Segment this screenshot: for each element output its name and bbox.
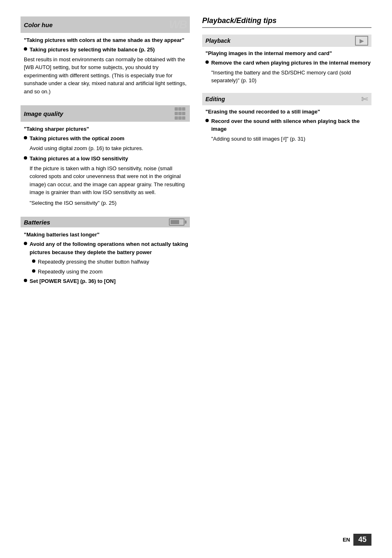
playback-section: Playback ▶ "Playing images in the intern… <box>202 35 371 85</box>
color-hue-header: Color hue WB <box>21 16 190 33</box>
image-quality-bullet1-body: Avoid using digital zoom (p. 16) to take… <box>24 144 190 153</box>
color-hue-section: Color hue WB "Taking pictures with color… <box>21 16 190 95</box>
bullet-dot <box>205 119 209 122</box>
playback-header: Playback ▶ <box>202 35 371 47</box>
batteries-sub1-text: Repeatedly pressing the shutter button h… <box>38 258 149 266</box>
playback-bullet1-text: Remove the card when playing pictures in… <box>211 59 371 67</box>
editing-heading: "Erasing the sound recorded to a still i… <box>205 109 371 115</box>
image-quality-bullet2-body: If the picture is taken with a high ISO … <box>24 164 190 197</box>
wb-icon: WB <box>169 18 187 31</box>
batteries-content: "Making batteries last longer" Avoid any… <box>21 232 190 285</box>
batteries-header: Batteries <box>21 217 190 227</box>
batteries-title: Batteries <box>24 219 50 226</box>
bullet-dot <box>24 242 27 245</box>
batteries-heading: "Making batteries last longer" <box>24 232 190 238</box>
playback-bullet1: Remove the card when playing pictures in… <box>205 59 371 67</box>
image-quality-content: "Taking sharper pictures" Taking picture… <box>21 126 190 207</box>
editing-bullet1: Record over the sound with silence when … <box>205 117 371 133</box>
image-quality-bullet1-text: Taking pictures with the optical zoom <box>30 134 125 143</box>
bullet-dot <box>24 156 27 160</box>
editing-header: Editing ✄ <box>202 93 371 105</box>
batteries-sub2: Repeatedly using the zoom <box>24 268 190 276</box>
editing-title: Editing <box>205 96 225 102</box>
playback-title: Playback <box>205 37 231 44</box>
bullet-dot <box>205 60 209 64</box>
playback-body: "Inserting the battery and the SD/SDHC m… <box>205 69 371 85</box>
grid-icon <box>173 107 187 120</box>
batteries-sub1: Repeatedly pressing the shutter button h… <box>24 258 190 266</box>
editing-content: "Erasing the sound recorded to a still i… <box>202 109 371 143</box>
main-section-title: Playback/Editing tips <box>202 16 371 28</box>
playback-content: "Playing images in the internal memory a… <box>202 50 371 85</box>
image-quality-ref: "Selecting the ISO sensitivity" (p. 25) <box>24 199 190 207</box>
batteries-section: Batteries "Making batteries last longer"… <box>21 217 190 285</box>
editing-section: Editing ✄ "Erasing the sound recorded to… <box>202 93 371 143</box>
color-hue-content: "Taking pictures with colors at the same… <box>21 37 190 95</box>
en-label: EN <box>343 537 350 543</box>
color-hue-heading: "Taking pictures with colors at the same… <box>24 37 190 43</box>
image-quality-bullet1: Taking pictures with the optical zoom <box>24 134 190 143</box>
editing-body: "Adding sound to still images [♯]" (p. 3… <box>205 135 371 143</box>
image-quality-heading: "Taking sharper pictures" <box>24 126 190 132</box>
image-quality-bullet2-text: Taking pictures at a low ISO sensitivity <box>30 155 128 163</box>
sub-bullet-dot <box>32 269 35 273</box>
color-hue-title: Color hue <box>24 21 53 28</box>
batteries-bullet2: Set [POWER SAVE] (p. 36) to [ON] <box>24 277 190 285</box>
batteries-bullet1: Avoid any of the following operations wh… <box>24 240 190 256</box>
editing-bullet1-text: Record over the sound with silence when … <box>211 117 371 133</box>
sub-bullet-dot <box>32 259 35 263</box>
color-hue-body: Best results in most environments can no… <box>24 56 190 96</box>
image-quality-section: Image quality "Taking sharper pictures" … <box>21 105 190 207</box>
color-hue-bullet1-text: Taking pictures by selecting white balan… <box>30 46 155 54</box>
bullet-dot <box>24 279 27 282</box>
play-icon: ▶ <box>355 36 368 46</box>
image-quality-bullet2: Taking pictures at a low ISO sensitivity <box>24 155 190 163</box>
batteries-bullet2-text: Set [POWER SAVE] (p. 36) to [ON] <box>30 277 115 285</box>
image-quality-header: Image quality <box>21 105 190 122</box>
battery-icon <box>169 218 187 226</box>
bullet-dot <box>24 47 27 51</box>
scissors-icon: ✄ <box>361 94 368 104</box>
batteries-bullet1-text: Avoid any of the following operations wh… <box>30 240 190 256</box>
playback-heading: "Playing images in the internal memory a… <box>205 50 371 56</box>
page-number: 45 <box>353 534 371 546</box>
color-hue-bullet1: Taking pictures by selecting white balan… <box>24 46 190 54</box>
batteries-sub2-text: Repeatedly using the zoom <box>38 268 103 276</box>
page-footer: EN 45 <box>343 534 371 546</box>
image-quality-title: Image quality <box>24 110 63 117</box>
bullet-dot <box>24 136 27 139</box>
